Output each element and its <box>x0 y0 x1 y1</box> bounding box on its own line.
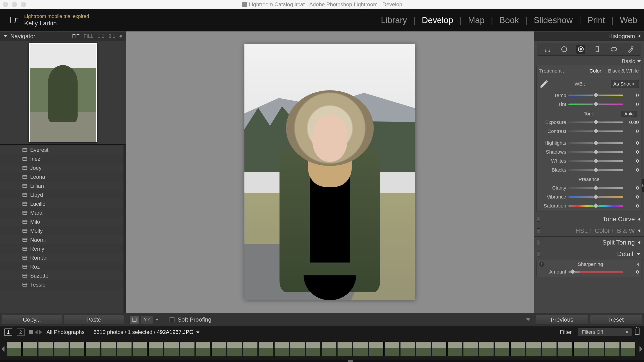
filmstrip-thumb[interactable] <box>605 342 620 357</box>
sharpening-preview-icon[interactable] <box>636 263 639 266</box>
filmstrip-thumbs[interactable] <box>0 338 644 360</box>
spot-removal-button[interactable] <box>560 45 569 54</box>
module-slideshow[interactable]: Slideshow <box>534 15 572 25</box>
collection-item[interactable]: Mara <box>0 208 126 217</box>
filter-preset-select[interactable]: Filters Off <box>578 328 632 336</box>
filmstrip-thumb[interactable] <box>558 342 572 357</box>
tint-slider[interactable]: Tint 0 <box>539 101 639 108</box>
prev-photo-icon[interactable] <box>35 330 38 334</box>
filmstrip-source-menu-icon[interactable] <box>196 332 200 334</box>
filmstrip-thumb[interactable] <box>86 342 100 357</box>
navigator-panel-header[interactable]: Navigator FIT FILL 1:1 2:1 <box>0 31 126 41</box>
secondary-display-button[interactable]: 2 <box>17 329 24 336</box>
auto-tone-button[interactable]: Auto <box>621 111 637 117</box>
grid-view-icon[interactable] <box>29 330 33 334</box>
filmstrip-thumb[interactable] <box>384 342 399 357</box>
filmstrip-thumb[interactable] <box>243 342 258 357</box>
saturation-slider[interactable]: Saturation 0 <box>539 202 639 210</box>
highlights-slider[interactable]: Highlights 0 <box>539 139 639 147</box>
filmstrip-thumb[interactable] <box>70 342 84 357</box>
temp-slider[interactable]: Temp 0 <box>539 92 639 99</box>
contrast-slider[interactable]: Contrast 0 <box>539 128 639 135</box>
filmstrip-thumb[interactable] <box>416 342 431 357</box>
collection-item[interactable]: Inez <box>0 155 126 164</box>
filmstrip-scroll-right-icon[interactable] <box>640 346 643 352</box>
collection-item[interactable]: Tessie <box>0 280 126 289</box>
zoom-stepper[interactable] <box>120 35 122 38</box>
split-toning-panel-header[interactable]: Split Toning <box>534 236 644 248</box>
collection-item[interactable]: Molly <box>0 226 126 235</box>
filmstrip-thumb[interactable] <box>479 342 494 357</box>
collection-item[interactable]: Lillian <box>0 181 126 190</box>
filmstrip-thumb[interactable] <box>22 342 37 357</box>
graduated-filter-button[interactable] <box>593 45 602 54</box>
vibrance-slider[interactable]: Vibrance 0 <box>539 193 639 201</box>
zoom-window-button[interactable] <box>21 2 26 7</box>
exposure-slider[interactable]: Exposure 0.00 <box>539 119 639 126</box>
adjustment-brush-button[interactable] <box>626 45 635 54</box>
filmstrip-thumb[interactable] <box>54 342 69 357</box>
filmstrip-thumb[interactable] <box>38 342 53 357</box>
trial-status[interactable]: Lightroom mobile trial expired <box>24 13 89 19</box>
redeye-tool-button[interactable] <box>576 45 585 54</box>
filmstrip-thumb[interactable] <box>164 342 179 357</box>
filmstrip-thumb[interactable] <box>526 342 541 357</box>
soft-proofing-checkbox[interactable] <box>170 317 174 322</box>
next-photo-icon[interactable] <box>39 330 42 334</box>
filmstrip-scroll-left-icon[interactable] <box>1 346 4 352</box>
filmstrip-thumb[interactable] <box>620 342 636 357</box>
reset-button[interactable]: Reset <box>590 315 642 325</box>
filmstrip-thumb[interactable] <box>101 342 116 357</box>
clarity-slider[interactable]: Clarity 0 <box>539 184 639 192</box>
zoom-2-1[interactable]: 2:1 <box>108 33 115 39</box>
filmstrip-thumb[interactable] <box>463 342 478 357</box>
filmstrip-thumb[interactable] <box>510 342 525 357</box>
filmstrip-thumb[interactable] <box>148 342 163 357</box>
tone-curve-panel-header[interactable]: Tone Curve <box>534 213 644 225</box>
sharpen-amount-slider[interactable]: Amount 0 <box>539 268 639 276</box>
shadows-slider[interactable]: Shadows 0 <box>539 148 639 156</box>
detail-warning-icon[interactable]: ! <box>539 262 544 267</box>
loupe-view-button[interactable] <box>130 316 140 324</box>
treatment-color[interactable]: Color <box>589 68 601 74</box>
collection-item[interactable]: Lloyd <box>0 190 126 199</box>
crop-tool-button[interactable] <box>543 45 552 54</box>
minimize-window-button[interactable] <box>12 2 17 7</box>
before-after-menu-icon[interactable] <box>156 319 159 321</box>
module-print[interactable]: Print <box>588 15 605 25</box>
collection-item[interactable]: Roman <box>0 253 126 262</box>
filmstrip-thumb[interactable] <box>133 342 148 357</box>
detail-switch[interactable] <box>537 251 540 256</box>
close-window-button[interactable] <box>3 2 8 7</box>
collection-item[interactable]: Everest <box>0 146 126 155</box>
collection-item[interactable]: Joey <box>0 164 126 173</box>
filmstrip-thumb[interactable] <box>211 342 226 357</box>
tone-curve-switch[interactable] <box>537 217 540 222</box>
filmstrip-thumb[interactable] <box>7 342 22 357</box>
treatment-blackwhite[interactable]: Black & White <box>608 68 639 74</box>
filmstrip-thumb[interactable] <box>306 342 321 357</box>
hsl-panel-header[interactable]: HSL/ Color/ B & W <box>534 225 644 236</box>
filmstrip-source-path[interactable]: All Photographs 6310 photos / 1 selected… <box>46 329 200 335</box>
filmstrip-thumb[interactable] <box>337 342 352 357</box>
collection-item[interactable]: Milo <box>0 217 126 226</box>
filmstrip-thumb[interactable] <box>542 342 557 357</box>
filmstrip-thumb[interactable] <box>258 342 274 357</box>
copy-settings-button[interactable]: Copy... <box>2 315 62 325</box>
zoom-fit[interactable]: FIT <box>72 33 80 39</box>
module-web[interactable]: Web <box>620 15 637 25</box>
image-canvas[interactable] <box>126 31 534 313</box>
module-book[interactable]: Book <box>500 15 519 25</box>
collection-item[interactable]: Leona <box>0 173 126 181</box>
module-library[interactable]: Library <box>381 15 407 25</box>
white-balance-eyedropper[interactable] <box>539 79 549 89</box>
collection-item[interactable]: Suzette <box>0 271 126 280</box>
filmstrip-thumb[interactable] <box>574 342 588 357</box>
blacks-slider[interactable]: Blacks 0 <box>539 166 639 174</box>
filter-lock-icon[interactable] <box>635 330 640 335</box>
filmstrip-thumb[interactable] <box>400 342 415 357</box>
collection-item[interactable]: Naomi <box>0 235 126 244</box>
toolbar-options-icon[interactable] <box>526 318 530 321</box>
filmstrip-thumb[interactable] <box>290 342 305 357</box>
collection-item[interactable]: Remy <box>0 244 126 253</box>
